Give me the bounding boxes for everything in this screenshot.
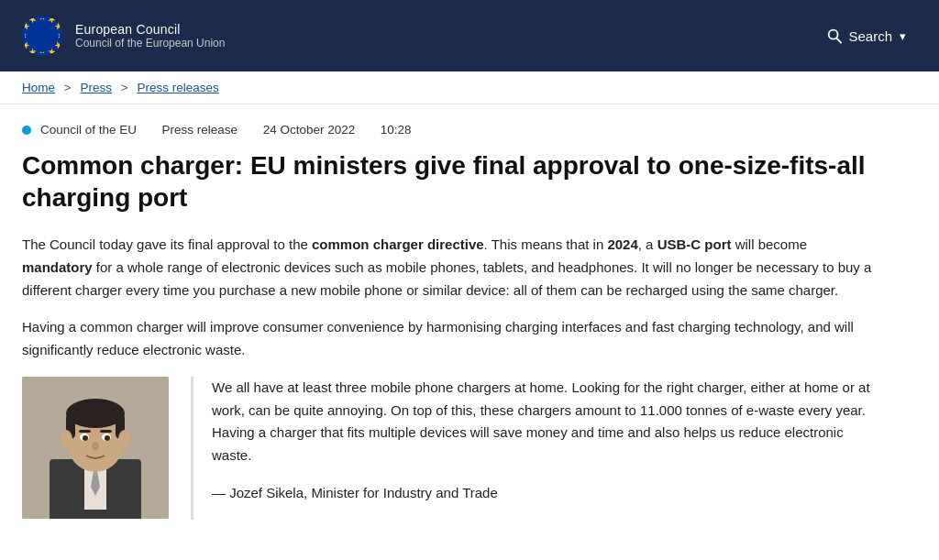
meta-bar: Council of the EU Press release 24 Octob… bbox=[0, 104, 939, 144]
quote-attribution: — Jozef Sikela, Minister for Industry an… bbox=[212, 482, 877, 505]
breadcrumb-sep-1: > bbox=[64, 81, 72, 94]
meta-time: 10:28 bbox=[381, 123, 412, 137]
article-paragraph-1: The Council today gave its final approva… bbox=[22, 234, 877, 302]
svg-rect-29 bbox=[79, 430, 91, 433]
meta-sep-1 bbox=[146, 123, 153, 137]
site-header: European Council Council of the European… bbox=[0, 0, 939, 71]
eu-flag-icon bbox=[22, 16, 62, 56]
header-title-top: European Council bbox=[75, 22, 225, 37]
person-photo bbox=[22, 377, 169, 519]
logo-group: European Council Council of the European… bbox=[22, 16, 225, 56]
body-p1-text-3: , a bbox=[638, 236, 657, 252]
quote-content: We all have at least three mobile phone … bbox=[191, 377, 877, 520]
svg-point-23 bbox=[60, 430, 72, 448]
svg-point-31 bbox=[92, 442, 99, 451]
breadcrumb: Home > Press > Press releases bbox=[0, 71, 939, 104]
search-label: Search bbox=[848, 28, 892, 44]
search-button[interactable]: Search ▾ bbox=[815, 20, 917, 51]
body-p1-bold-1: common charger directive bbox=[312, 236, 484, 252]
quote-text: We all have at least three mobile phone … bbox=[212, 377, 877, 467]
quote-block: We all have at least three mobile phone … bbox=[22, 377, 877, 520]
body-p1-bold-2: 2024 bbox=[607, 236, 637, 252]
article-body: The Council today gave its final approva… bbox=[22, 234, 877, 520]
body-p1-text-5: for a whole range of electronic devices … bbox=[22, 259, 871, 298]
breadcrumb-sep-2: > bbox=[121, 81, 128, 94]
body-p1-text-1: The Council today gave its final approva… bbox=[22, 236, 312, 252]
institution-dot-icon bbox=[22, 126, 31, 135]
article: Common charger: EU ministers give final … bbox=[0, 149, 899, 542]
search-icon bbox=[826, 27, 843, 44]
breadcrumb-press-releases[interactable]: Press releases bbox=[137, 81, 218, 94]
body-p1-text-4: will become bbox=[731, 236, 807, 252]
body-p1-bold-3: USB-C port bbox=[657, 236, 732, 252]
breadcrumb-press[interactable]: Press bbox=[80, 81, 112, 94]
meta-sep-3 bbox=[364, 123, 371, 137]
svg-rect-30 bbox=[100, 430, 112, 433]
svg-point-0 bbox=[25, 18, 60, 53]
meta-sep-2 bbox=[247, 123, 254, 137]
header-titles: European Council Council of the European… bbox=[75, 22, 225, 49]
meta-institution: Council of the EU bbox=[40, 123, 137, 137]
article-paragraph-2: Having a common charger will improve con… bbox=[22, 316, 877, 362]
meta-date: 24 October 2022 bbox=[263, 123, 356, 137]
header-title-bottom: Council of the European Union bbox=[75, 37, 225, 49]
breadcrumb-home[interactable]: Home bbox=[22, 81, 55, 94]
body-p1-bold-4: mandatory bbox=[22, 259, 93, 275]
svg-line-14 bbox=[837, 38, 842, 43]
svg-point-28 bbox=[105, 435, 110, 441]
body-p1-text-2: . This means that in bbox=[484, 236, 608, 252]
article-title: Common charger: EU ministers give final … bbox=[22, 149, 877, 214]
chevron-down-icon: ▾ bbox=[900, 29, 906, 43]
meta-type: Press release bbox=[162, 123, 238, 137]
svg-point-24 bbox=[118, 430, 131, 448]
svg-point-27 bbox=[83, 435, 88, 441]
